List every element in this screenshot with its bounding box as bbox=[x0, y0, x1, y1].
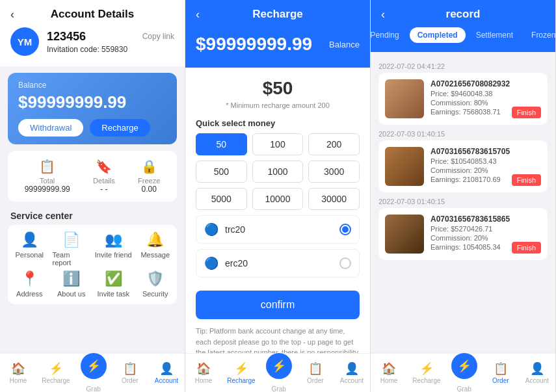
record-date-1: 2022-07-02 04:41:22 bbox=[378, 62, 548, 70]
grab-button-3[interactable]: ⚡ bbox=[451, 353, 477, 379]
tab-frozen[interactable]: Frozen bbox=[523, 27, 556, 43]
service-security[interactable]: 🛡️ Security bbox=[137, 270, 175, 298]
account-icon-1: 👤 bbox=[159, 361, 174, 376]
nav-grab-1[interactable]: ⚡ Grab bbox=[81, 353, 107, 392]
nav-account-3[interactable]: 👤 Account bbox=[524, 361, 550, 384]
money-200[interactable]: 200 bbox=[308, 133, 360, 155]
record-image-3 bbox=[385, 215, 424, 254]
record-price-2: Price: $10540853.43 bbox=[430, 157, 541, 165]
trc20-label: trc20 bbox=[225, 224, 339, 235]
tab-completed[interactable]: Completed bbox=[410, 27, 466, 43]
home-icon-2: 🏠 bbox=[196, 361, 211, 376]
balance-label: Balance bbox=[18, 81, 166, 90]
service-invite-task[interactable]: ✅ Invite task bbox=[94, 270, 133, 298]
service-invite-friend[interactable]: 👥 Invite friend bbox=[94, 231, 133, 267]
nav-order-1[interactable]: 📋 Order bbox=[117, 361, 143, 384]
record-thumb-2 bbox=[385, 147, 424, 186]
money-100[interactable]: 100 bbox=[252, 133, 304, 155]
trc20-radio-inner bbox=[342, 226, 349, 233]
amount-display: $50 bbox=[196, 78, 360, 99]
total-icon: 📋 bbox=[25, 159, 70, 174]
service-team-report[interactable]: 📄 Team report bbox=[53, 231, 91, 267]
service-about-us[interactable]: ℹ️ About us bbox=[53, 270, 91, 298]
nav-home-3[interactable]: 🏠 Home bbox=[376, 361, 402, 384]
recharge-title: Recharge bbox=[252, 8, 302, 21]
recharge-icon-2: ⚡ bbox=[234, 361, 248, 376]
service-address[interactable]: 📍 Address bbox=[10, 270, 49, 298]
erc20-label: erc20 bbox=[225, 258, 339, 268]
copy-link-button[interactable]: Copy link bbox=[142, 32, 174, 41]
record-commission-1: Commission: 80% bbox=[430, 99, 541, 107]
back-button[interactable]: ‹ bbox=[10, 8, 14, 21]
invite-code: Invitation code: 559830 bbox=[47, 45, 174, 54]
money-3000[interactable]: 3000 bbox=[308, 161, 360, 183]
recharge-balance-row: $99999999.99 Balance bbox=[196, 34, 360, 55]
recharge-button[interactable]: Recharge bbox=[90, 119, 150, 137]
recharge-balance-amount: $99999999.99 bbox=[196, 34, 312, 55]
record-date-3: 2022-07-03 01:40:15 bbox=[378, 198, 548, 205]
nav-recharge-1[interactable]: ⚡ Recharge bbox=[42, 361, 70, 384]
security-icon: 🛡️ bbox=[146, 270, 164, 287]
record-id-3: A07031656783615865 bbox=[430, 215, 541, 224]
money-30000[interactable]: 30000 bbox=[308, 188, 360, 210]
quick-select-label: Quick select money bbox=[196, 118, 360, 128]
record-finish-1[interactable]: Finish bbox=[512, 107, 541, 118]
grab-button-1[interactable]: ⚡ bbox=[81, 353, 107, 379]
record-nav: ‹ record bbox=[381, 8, 545, 21]
erc20-radio[interactable] bbox=[339, 257, 351, 269]
record-body: 2022-07-02 04:41:22 A07021656708082932 P… bbox=[371, 52, 555, 392]
record-date-2: 2022-07-03 01:40:15 bbox=[378, 130, 548, 138]
invite-friend-icon: 👥 bbox=[105, 231, 122, 248]
erc20-icon: 🔵 bbox=[204, 256, 218, 270]
recharge-nav: ‹ Recharge bbox=[196, 8, 360, 21]
nav-grab-3[interactable]: ⚡ Grab bbox=[451, 353, 477, 392]
trc20-radio[interactable] bbox=[339, 224, 351, 235]
nav-order-3[interactable]: 📋 Order bbox=[488, 361, 514, 384]
nav-grab-2[interactable]: ⚡ Grab bbox=[266, 353, 292, 392]
money-1000[interactable]: 1000 bbox=[252, 161, 304, 183]
recharge-body: $50 * Minimum recharge amount 200 Quick … bbox=[185, 68, 370, 392]
grab-button-2[interactable]: ⚡ bbox=[266, 353, 292, 379]
nav-recharge-3[interactable]: ⚡ Recharge bbox=[412, 361, 440, 384]
about-us-icon: ℹ️ bbox=[62, 270, 80, 287]
withdrawal-button[interactable]: Withdrawal bbox=[18, 119, 83, 137]
service-message[interactable]: 🔔 Message bbox=[137, 231, 175, 267]
trc20-icon: 🔵 bbox=[204, 222, 218, 237]
account-header: ‹ Account Details YM 123456 Copy link In… bbox=[0, 0, 185, 66]
record-back-button[interactable]: ‹ bbox=[381, 8, 385, 21]
network-trc20[interactable]: 🔵 trc20 bbox=[196, 215, 360, 244]
amount-value: $50 bbox=[263, 78, 293, 98]
tab-pending[interactable]: Pending bbox=[371, 27, 407, 43]
money-50[interactable]: 50 bbox=[196, 133, 247, 155]
record-finish-3[interactable]: Finish bbox=[512, 242, 541, 254]
nav-home-1[interactable]: 🏠 Home bbox=[5, 361, 31, 384]
money-10000[interactable]: 10000 bbox=[252, 188, 304, 210]
user-id: 123456 bbox=[47, 30, 86, 44]
account-nav: ‹ Account Details bbox=[10, 8, 174, 21]
recharge-icon-1: ⚡ bbox=[49, 361, 63, 376]
bottom-nav-3: 🏠 Home ⚡ Recharge ⚡ Grab 📋 Order 👤 Accou… bbox=[371, 353, 555, 392]
record-id-2: A07031656783615705 bbox=[430, 147, 541, 156]
confirm-button[interactable]: confirm bbox=[196, 291, 360, 319]
nav-account-2[interactable]: 👤 Account bbox=[339, 361, 365, 384]
tab-settlement[interactable]: Settlement bbox=[468, 27, 521, 43]
order-icon-3: 📋 bbox=[494, 361, 508, 376]
record-thumb-1 bbox=[385, 79, 424, 118]
record-commission-3: Commission: 20% bbox=[430, 234, 541, 242]
recharge-back-button[interactable]: ‹ bbox=[196, 8, 200, 21]
money-5000[interactable]: 5000 bbox=[196, 188, 247, 210]
min-note: * Minimum recharge amount 200 bbox=[196, 101, 360, 109]
team-report-icon: 📄 bbox=[62, 231, 80, 248]
nav-account-1[interactable]: 👤 Account bbox=[153, 361, 179, 384]
network-erc20[interactable]: 🔵 erc20 bbox=[196, 249, 360, 278]
record-title: record bbox=[446, 8, 481, 21]
stats-row: 📋 Total 99999999.99 🔖 Details - - 🔒 Free… bbox=[8, 151, 177, 202]
nav-order-2[interactable]: 📋 Order bbox=[302, 361, 328, 384]
service-personal[interactable]: 👤 Personal bbox=[10, 231, 49, 267]
record-image-1 bbox=[385, 79, 424, 118]
nav-home-2[interactable]: 🏠 Home bbox=[191, 361, 217, 384]
record-panel: ‹ record Pending Completed Settlement Fr… bbox=[371, 0, 556, 392]
money-500[interactable]: 500 bbox=[196, 161, 247, 183]
nav-recharge-2[interactable]: ⚡ Recharge bbox=[227, 361, 255, 384]
record-finish-2[interactable]: Finish bbox=[512, 174, 541, 186]
